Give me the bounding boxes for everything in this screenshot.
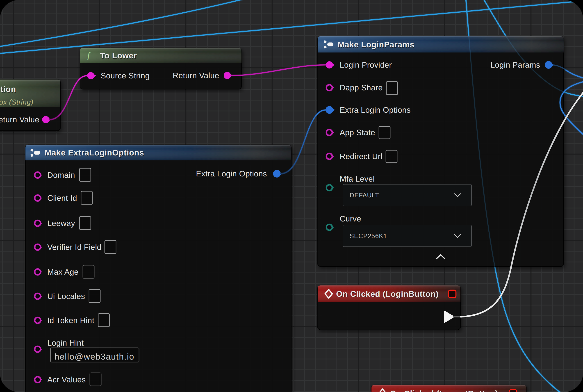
svg-text:Login Provider: Login Provider (340, 60, 392, 70)
svg-text:To Lower: To Lower (100, 51, 137, 60)
svg-text:Source String: Source String (101, 72, 150, 80)
svg-text:App State: App State (340, 128, 375, 137)
svg-text:Verifier Id Field: Verifier Id Field (47, 243, 101, 252)
svg-text:Max Age: Max Age (47, 268, 78, 276)
svg-text:ƒ: ƒ (86, 50, 92, 61)
svg-text:DEFAULT: DEFAULT (350, 192, 379, 199)
svg-text:On Clicked (LoginButton): On Clicked (LoginButton) (336, 289, 438, 298)
svg-text:eturn Value: eturn Value (0, 115, 40, 124)
svg-text:Login Params: Login Params (490, 60, 540, 70)
svg-text:Curve: Curve (340, 214, 361, 223)
svg-text:hello@web3auth.io: hello@web3auth.io (54, 352, 134, 362)
svg-text:Make LoginParams: Make LoginParams (338, 40, 414, 49)
svg-text:Mfa Level: Mfa Level (340, 174, 374, 184)
svg-text:Ui Locales: Ui Locales (47, 292, 85, 301)
svg-text:ox (String): ox (String) (0, 98, 33, 106)
svg-text:Leeway: Leeway (47, 219, 75, 228)
svg-text:Extra Login Options: Extra Login Options (196, 170, 267, 178)
svg-text:On Clicked (LogoutButton): On Clicked (LogoutButton) (390, 389, 498, 392)
svg-text:Client Id: Client Id (47, 194, 77, 202)
svg-text:Redirect Url: Redirect Url (340, 152, 382, 161)
svg-text:Login Hint: Login Hint (47, 338, 84, 348)
svg-text:SECP256K1: SECP256K1 (350, 232, 387, 240)
svg-text:Dapp Share: Dapp Share (340, 83, 383, 92)
svg-text:Extra Login Options: Extra Login Options (340, 106, 411, 114)
svg-text:Id Token Hint: Id Token Hint (47, 316, 94, 325)
svg-text:Acr Values: Acr Values (47, 375, 86, 384)
svg-text:tion: tion (0, 84, 16, 94)
svg-text:Domain: Domain (47, 171, 75, 180)
svg-text:Make ExtraLoginOptions: Make ExtraLoginOptions (44, 148, 144, 157)
svg-text:Return Value: Return Value (173, 71, 220, 80)
